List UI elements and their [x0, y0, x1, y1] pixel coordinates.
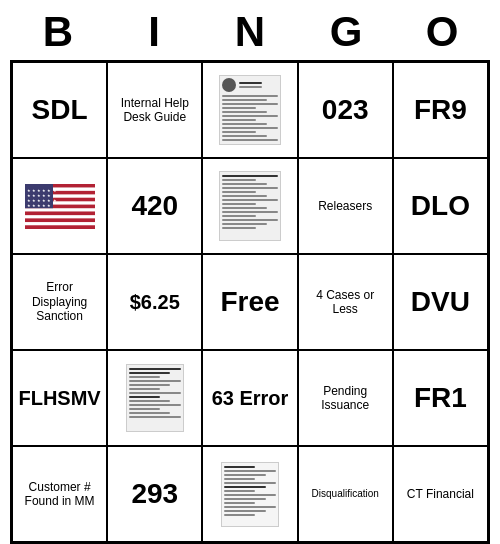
- fr1-text: FR1: [414, 381, 467, 415]
- cell-r3c4: 4 Cases or Less: [298, 254, 393, 350]
- dvu-text: DVU: [411, 285, 470, 319]
- cell-r3c2: $6.25: [107, 254, 202, 350]
- cell-r2c3: [202, 158, 297, 254]
- cell-r5c1: Customer # Found in MM: [12, 446, 107, 542]
- svg-rect-11: [25, 222, 95, 225]
- cell-r4c3: 63 Error: [202, 350, 297, 446]
- cell-r1c2: Internal Help Desk Guide: [107, 62, 202, 158]
- document-thumb-3: [126, 364, 184, 432]
- cell-r1c5: FR9: [393, 62, 488, 158]
- cell-r3c1: Error Displaying Sanction: [12, 254, 107, 350]
- svg-text:★ ★ ★ ★ ★: ★ ★ ★ ★ ★: [27, 203, 51, 208]
- fr9-text: FR9: [414, 93, 467, 127]
- letter-b: B: [18, 8, 98, 56]
- letter-i: I: [114, 8, 194, 56]
- cell-r1c4: 023: [298, 62, 393, 158]
- cell-r3c5: DVU: [393, 254, 488, 350]
- svg-rect-8: [25, 211, 95, 214]
- cell-r4c4: Pending Issuance: [298, 350, 393, 446]
- 293-text: 293: [131, 477, 178, 511]
- svg-rect-10: [25, 218, 95, 221]
- letter-n: N: [210, 8, 290, 56]
- 420-text: 420: [131, 189, 178, 223]
- help-desk-text: Internal Help Desk Guide: [112, 96, 197, 125]
- us-flag-icon: ★ ★ ★ ★ ★ ★ ★ ★ ★ ★ ★ ★ ★ ★ ★ ★ ★ ★ ★ ★ …: [25, 184, 95, 229]
- cell-r5c3: [202, 446, 297, 542]
- letter-g: G: [306, 8, 386, 56]
- bingo-title: B I N G O: [10, 0, 490, 60]
- svg-rect-7: [25, 208, 95, 211]
- cases-text: 4 Cases or Less: [303, 288, 388, 317]
- ct-financial-text: CT Financial: [407, 487, 474, 501]
- 63-error-text: 63 Error: [212, 386, 289, 410]
- free-text: Free: [220, 285, 279, 319]
- cell-r1c1: SDL: [12, 62, 107, 158]
- cell-r2c2: 420: [107, 158, 202, 254]
- dlo-text: DLO: [411, 189, 470, 223]
- letter-o: O: [402, 8, 482, 56]
- customer-mm-text: Customer # Found in MM: [17, 480, 102, 509]
- cell-r5c5: CT Financial: [393, 446, 488, 542]
- error-sanction-text: Error Displaying Sanction: [17, 280, 102, 323]
- releasers-text: Releasers: [318, 199, 372, 213]
- cell-r4c5: FR1: [393, 350, 488, 446]
- cell-r3c3-free: Free: [202, 254, 297, 350]
- svg-rect-9: [25, 215, 95, 218]
- cell-r4c2: [107, 350, 202, 446]
- cell-r2c5: DLO: [393, 158, 488, 254]
- cell-r5c4: Disqualification: [298, 446, 393, 542]
- svg-rect-12: [25, 225, 95, 228]
- cell-r2c1: ★ ★ ★ ★ ★ ★ ★ ★ ★ ★ ★ ★ ★ ★ ★ ★ ★ ★ ★ ★ …: [12, 158, 107, 254]
- document-thumb-2: [219, 171, 281, 241]
- sdl-text: SDL: [32, 93, 88, 127]
- bingo-grid: SDL Internal Help Desk Guide: [10, 60, 490, 544]
- cell-r1c3: [202, 62, 297, 158]
- document-thumb-1: [219, 75, 281, 145]
- cell-r4c1: FLHSMV: [12, 350, 107, 446]
- cell-r2c4: Releasers: [298, 158, 393, 254]
- pending-issuance-text: Pending Issuance: [303, 384, 388, 413]
- flhsmv-text: FLHSMV: [18, 386, 100, 410]
- 023-text: 023: [322, 93, 369, 127]
- cell-r5c2: 293: [107, 446, 202, 542]
- 625-text: $6.25: [130, 290, 180, 314]
- document-thumb-4: [221, 462, 279, 527]
- disqualification-text: Disqualification: [312, 488, 379, 500]
